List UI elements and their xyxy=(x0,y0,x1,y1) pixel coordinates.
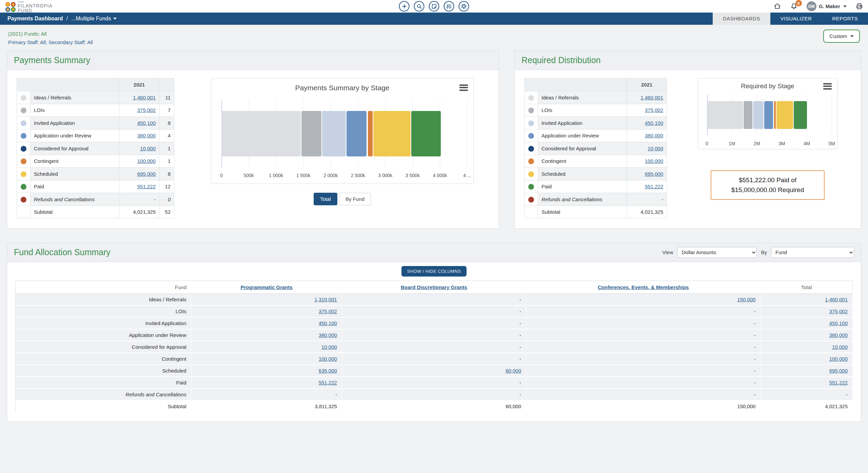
stage-color-dot xyxy=(525,91,538,104)
checklist-icon[interactable] xyxy=(444,1,454,12)
stage-row: Invited Application450,100 xyxy=(525,117,667,130)
stage-label: Refunds and Cancellations xyxy=(538,193,627,206)
stage-amount: 695,000 xyxy=(119,168,159,181)
table-header-row: 2021 xyxy=(17,78,174,91)
by-fund-toggle-button[interactable]: By Fund xyxy=(339,193,371,205)
stage-label: Invited Application xyxy=(538,117,627,130)
row-label: Ideas / Referrals xyxy=(16,294,191,305)
amount-text: - xyxy=(519,392,521,397)
by-label: By xyxy=(761,249,767,255)
note-icon[interactable] xyxy=(429,1,439,12)
staff-filter-text[interactable]: Primary Staff: All; Secondary Staff: All xyxy=(8,39,860,45)
funds-filter-text[interactable]: (2021) Funds: All xyxy=(8,31,860,37)
amount-link[interactable]: 375,002 xyxy=(319,308,337,314)
total-toggle-button[interactable]: Total xyxy=(314,193,337,205)
amount-link[interactable]: 100,000 xyxy=(319,356,337,362)
chart-menu-icon[interactable] xyxy=(823,82,832,91)
nav-tabs: DASHBOARDSVISUALIZERREPORTS xyxy=(713,13,868,25)
amount-link[interactable]: 100,000 xyxy=(645,158,663,164)
avatar: GM xyxy=(807,1,816,11)
amount-link[interactable]: 10,000 xyxy=(832,344,848,350)
amount-link[interactable]: 695,000 xyxy=(645,171,663,177)
row-label: LOIs xyxy=(16,305,191,317)
add-icon[interactable] xyxy=(399,1,410,12)
amount-cell: 60,000 xyxy=(342,400,526,412)
amount-cell: - xyxy=(526,317,761,329)
amount-cell: - xyxy=(526,389,761,400)
amount-link[interactable]: 10,000 xyxy=(321,344,337,350)
tab-visualizer[interactable]: VISUALIZER xyxy=(770,13,822,25)
required-distribution-header: Required Distribution xyxy=(515,51,861,70)
amount-link[interactable]: 1,310,001 xyxy=(314,297,337,302)
amount-link[interactable]: 551,222 xyxy=(645,184,663,189)
stage-amount: 10,000 xyxy=(119,142,159,155)
column-header-link[interactable]: Board Discretionary Grants xyxy=(401,284,467,290)
bar-segment-review xyxy=(347,111,367,157)
amount-link[interactable]: 551,222 xyxy=(137,184,156,189)
amount-link[interactable]: 635,000 xyxy=(319,368,337,374)
show-hide-columns-button[interactable]: SHOW / HIDE COLUMNS xyxy=(401,266,467,277)
user-menu[interactable]: GM G. Maker xyxy=(807,1,847,11)
payments-summary-header: Payments Summary xyxy=(7,51,499,70)
amount-link[interactable]: 551,222 xyxy=(829,380,848,385)
amount-link[interactable]: 551,222 xyxy=(319,380,337,385)
quick-actions xyxy=(399,1,469,12)
amount-link[interactable]: 450,100 xyxy=(645,120,663,126)
amount-link[interactable]: 10,000 xyxy=(140,146,156,151)
amount-link[interactable]: 695,000 xyxy=(829,368,848,374)
amount-link[interactable]: 1,460,001 xyxy=(133,95,156,100)
bell-icon[interactable]: 8 xyxy=(790,2,798,10)
amount-link[interactable]: 150,000 xyxy=(737,297,755,302)
home-icon[interactable] xyxy=(773,2,781,10)
stage-color-dot xyxy=(525,180,538,193)
column-header-link[interactable]: Conferences, Events, & Memberships xyxy=(598,284,689,290)
amount-cell: - xyxy=(761,389,853,400)
printer-icon[interactable] xyxy=(855,2,863,10)
amount-link[interactable]: 375,002 xyxy=(137,107,156,113)
amount-cell: 150,000 xyxy=(526,400,761,412)
search-icon[interactable] xyxy=(414,1,425,12)
stage-color-dot xyxy=(17,180,31,193)
amount-link[interactable]: 380,000 xyxy=(319,332,337,338)
amount-cell: 4,021,325 xyxy=(761,400,853,412)
amount-link[interactable]: 60,000 xyxy=(506,368,521,374)
amount-link[interactable]: 1,460,001 xyxy=(640,95,663,100)
funds-selector[interactable]: ...Multiple Funds xyxy=(71,16,117,22)
amount-link[interactable]: 450,100 xyxy=(829,320,848,326)
column-header: Conferences, Events, & Memberships xyxy=(526,281,761,294)
amount-cell: 1,310,001 xyxy=(191,294,342,305)
tab-reports[interactable]: REPORTS xyxy=(822,13,868,25)
amount-cell: - xyxy=(526,341,761,353)
notification-badge: 8 xyxy=(795,0,802,6)
custom-range-button[interactable]: Custom xyxy=(823,30,860,43)
chart-menu-icon[interactable] xyxy=(459,83,468,92)
tab-dashboards[interactable]: DASHBOARDS xyxy=(713,13,770,25)
row-label: Considered for Approval xyxy=(16,341,191,353)
amount-cell: 10,000 xyxy=(191,341,342,353)
amount-link[interactable]: 450,100 xyxy=(319,320,337,326)
amount-link[interactable]: 380,000 xyxy=(137,133,156,138)
amount-link[interactable]: 1,460,001 xyxy=(825,297,848,302)
subtotal-amount: 4,021,325 xyxy=(119,206,159,218)
amount-link[interactable]: 100,000 xyxy=(137,158,156,164)
stage-row: Refunds and Cancellations- xyxy=(525,193,667,206)
brand-logo[interactable]: THE FILANTROPIA FUND xyxy=(5,1,53,13)
amount-link[interactable]: 380,000 xyxy=(645,133,663,138)
amount-link[interactable]: 695,000 xyxy=(137,171,156,177)
amount-link[interactable]: 380,000 xyxy=(829,332,848,338)
required-by-stage-chart: Required by Stage 01M2M3M4M5M xyxy=(698,78,837,149)
amount-link[interactable]: 100,000 xyxy=(829,356,848,362)
bar-segment-scheduled xyxy=(776,101,793,129)
amount-link[interactable]: 450,100 xyxy=(137,120,156,126)
group-by-select[interactable]: Fund xyxy=(771,247,854,258)
stage-color-dot xyxy=(525,142,538,155)
amount-link[interactable]: 10,000 xyxy=(648,146,663,151)
amount-link[interactable]: 375,002 xyxy=(829,308,848,314)
view-mode-select[interactable]: Dollar Amounts xyxy=(677,247,757,258)
column-header-link[interactable]: Programmatic Grants xyxy=(240,284,292,290)
amount-text: - xyxy=(846,392,848,397)
amount-link[interactable]: 375,002 xyxy=(645,107,663,113)
fund-allocation-header: Fund Allocation Summary View Dollar Amou… xyxy=(7,243,861,262)
bar-segment-contingent xyxy=(774,101,776,129)
gear-icon[interactable] xyxy=(459,1,469,12)
